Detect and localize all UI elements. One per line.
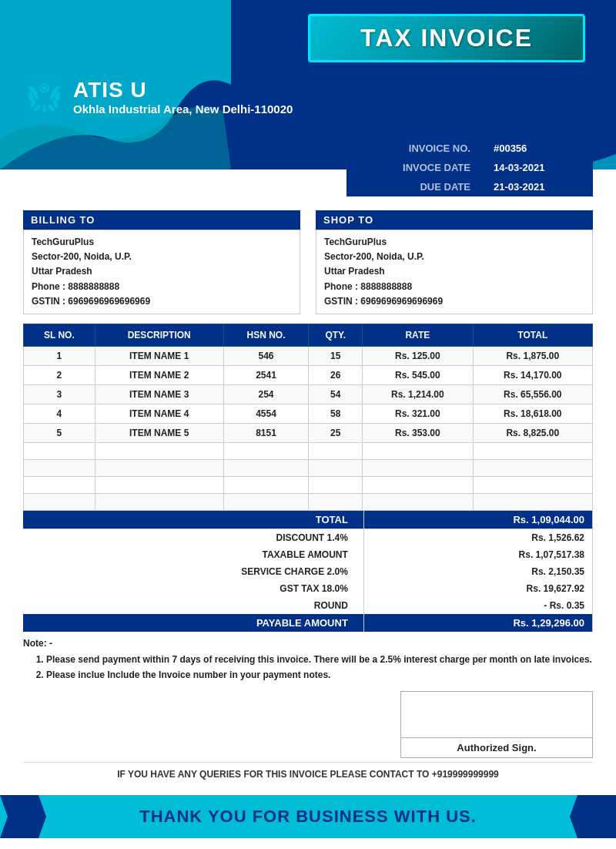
invoice-title: TAX INVOICE (308, 14, 585, 62)
item-desc: ITEM NAME 2 (95, 365, 223, 384)
item-rate: Rs. 321.00 (363, 404, 474, 423)
item-desc: ITEM NAME 5 (95, 423, 223, 442)
item-rate: Rs. 353.00 (363, 423, 474, 442)
svg-rect-10 (43, 105, 46, 112)
table-row-empty (24, 442, 593, 459)
shipping-phone: Phone : 8888888888 (324, 280, 584, 294)
invoice-no-value: #00356 (482, 139, 593, 158)
taxable-label: TAXABLE AMOUNT (23, 546, 363, 563)
item-rate: Rs. 545.00 (363, 365, 474, 384)
billing-body: TechGuruPlus Sector-200, Noida, U.P. Utt… (23, 230, 300, 314)
invoice-meta-table: INVOICE NO. #00356 INVOCE DATE 14-03-202… (346, 139, 593, 196)
item-sl: 4 (24, 404, 95, 423)
svg-marker-14 (570, 795, 616, 838)
totals-table: TOTAL Rs. 1,09,044.00 DISCOUNT 1.4% Rs. … (23, 511, 593, 632)
item-sl: 1 (24, 346, 95, 365)
item-total: Rs. 14,170.00 (473, 365, 592, 384)
shipping-name: TechGuruPlus (324, 235, 584, 250)
billing-header: BILLING TO (23, 210, 300, 230)
item-hsn: 546 (223, 346, 309, 365)
col-total: TOTAL (473, 324, 592, 346)
item-total: Rs. 1,875.00 (473, 346, 592, 365)
payable-label: PAYABLE AMOUNT (23, 614, 363, 632)
invoice-no-label: INVOICE NO. (346, 139, 482, 158)
item-qty: 58 (309, 404, 363, 423)
footer-contact: IF YOU HAVE ANY QUERIES FOR THIS INVOICE… (23, 762, 593, 784)
table-row: 3 ITEM NAME 3 254 54 Rs. 1,214.00 Rs. 65… (24, 384, 593, 404)
shipping-gstin: GSTIN : 6969696969696969 (324, 294, 584, 309)
item-hsn: 2541 (223, 365, 309, 384)
billing-phone: Phone : 8888888888 (32, 280, 292, 294)
item-total: Rs. 65,556.00 (473, 384, 592, 404)
discount-value: Rs. 1,526.62 (363, 529, 592, 546)
item-qty: 26 (309, 365, 363, 384)
footer-thankyou: THANK YOU FOR BUSINESS WITH US. (0, 795, 616, 838)
signature-img-area (401, 692, 592, 738)
item-hsn: 254 (223, 384, 309, 404)
col-sl-no: SL NO. (24, 324, 95, 346)
thankyou-text: THANK YOU FOR BUSINESS WITH US. (139, 807, 477, 827)
item-rate: Rs. 1,214.00 (363, 384, 474, 404)
signature-label: Authorized Sign. (401, 738, 592, 757)
item-qty: 25 (309, 423, 363, 442)
taxable-value: Rs. 1,07,517.38 (363, 546, 592, 563)
col-description: DESCRIPTION (95, 324, 223, 346)
company-logo (23, 74, 65, 119)
item-sl: 2 (24, 365, 95, 384)
notes-list: Please send payment within 7 days of rec… (46, 652, 593, 683)
due-date-value: 21-03-2021 (482, 177, 593, 196)
item-desc: ITEM NAME 4 (95, 404, 223, 423)
table-row: 5 ITEM NAME 5 8151 25 Rs. 353.00 Rs. 8,8… (24, 423, 593, 442)
item-rate: Rs. 125.00 (363, 346, 474, 365)
item-hsn: 8151 (223, 423, 309, 442)
table-row-empty (24, 493, 593, 510)
items-table: SL NO. DESCRIPTION HSN NO. QTY. RATE TOT… (23, 324, 593, 511)
item-desc: ITEM NAME 1 (95, 346, 223, 365)
note-item: Please inclue Include the Invoice number… (46, 667, 593, 683)
table-row: 2 ITEM NAME 2 2541 26 Rs. 545.00 Rs. 14,… (24, 365, 593, 384)
col-qty: QTY. (309, 324, 363, 346)
notes-section: Note: - Please send payment within 7 day… (23, 632, 593, 687)
billing-name: TechGuruPlus (32, 235, 292, 250)
item-sl: 5 (24, 423, 95, 442)
service-value: Rs. 2,150.35 (363, 563, 592, 580)
discount-label: DISCOUNT 1.4% (23, 529, 363, 546)
item-total: Rs. 18,618.00 (473, 404, 592, 423)
gst-label: GST TAX 18.0% (23, 580, 363, 597)
payable-value: Rs. 1,29,296.00 (363, 614, 592, 632)
company-address: Okhla Industrial Area, New Delhi-110020 (73, 102, 293, 116)
svg-point-12 (42, 86, 47, 91)
table-row: 4 ITEM NAME 4 4554 58 Rs. 321.00 Rs. 18,… (24, 404, 593, 423)
item-sl: 3 (24, 384, 95, 404)
shipping-block: SHOP TO TechGuruPlus Sector-200, Noida, … (316, 210, 593, 314)
table-row: 1 ITEM NAME 1 546 15 Rs. 125.00 Rs. 1,87… (24, 346, 593, 365)
note-item: Please send payment within 7 days of rec… (46, 652, 593, 667)
round-label: ROUND (23, 597, 363, 614)
billing-address1: Sector-200, Noida, U.P. (32, 250, 292, 264)
col-rate: RATE (363, 324, 474, 346)
item-total: Rs. 8,825.00 (473, 423, 592, 442)
total-value: Rs. 1,09,044.00 (363, 511, 592, 529)
shipping-address2: Uttar Pradesh (324, 264, 584, 279)
item-qty: 15 (309, 346, 363, 365)
round-value: - Rs. 0.35 (363, 597, 592, 614)
col-hsn-no: HSN NO. (223, 324, 309, 346)
note-title: Note: - (23, 638, 593, 649)
invoice-date-value: 14-03-2021 (482, 158, 593, 177)
svg-marker-13 (0, 795, 46, 838)
table-row-empty (24, 459, 593, 476)
item-hsn: 4554 (223, 404, 309, 423)
shipping-address1: Sector-200, Noida, U.P. (324, 250, 584, 264)
billing-gstin: GSTIN : 6969696969696969 (32, 294, 292, 309)
signature-row: Authorized Sign. (23, 687, 593, 762)
item-desc: ITEM NAME 3 (95, 384, 223, 404)
billing-block: BILLING TO TechGuruPlus Sector-200, Noid… (23, 210, 300, 314)
signature-box: Authorized Sign. (400, 691, 593, 758)
total-label: TOTAL (23, 511, 363, 529)
shipping-header: SHOP TO (316, 210, 593, 230)
shipping-body: TechGuruPlus Sector-200, Noida, U.P. Utt… (316, 230, 593, 314)
gst-value: Rs. 19,627.92 (363, 580, 592, 597)
due-date-label: DUE DATE (346, 177, 482, 196)
item-qty: 54 (309, 384, 363, 404)
billing-address2: Uttar Pradesh (32, 264, 292, 279)
